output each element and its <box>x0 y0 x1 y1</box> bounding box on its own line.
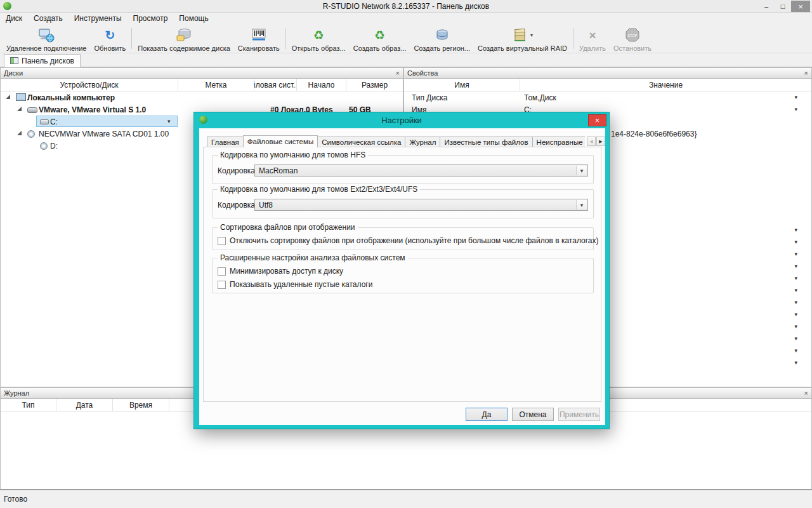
minimize-disk-access-checkbox-row[interactable]: Минимизировать доступ к диску <box>218 267 343 276</box>
expander-icon[interactable] <box>17 107 22 111</box>
column-start[interactable]: Начало <box>297 79 346 91</box>
create-region-button[interactable]: Создать регион... <box>410 25 474 53</box>
combo-value: MacRoman <box>259 166 298 175</box>
remote-connection-button[interactable]: Удаленное подключение <box>3 25 90 53</box>
panel-title: Диски <box>4 69 23 77</box>
panel-title: Журнал <box>4 389 29 397</box>
menu-help[interactable]: Помощь <box>173 14 214 23</box>
show-deleted-empty-folders-checkbox-row[interactable]: Показывать удаленные пустые каталоги <box>218 280 372 289</box>
scan-button[interactable]: Сканировать <box>234 25 284 53</box>
dropdown-caret-icon[interactable]: ▾ <box>794 251 797 257</box>
dropdown-caret-icon[interactable]: ▾ <box>794 335 797 342</box>
checkbox-label: Отключить сортировку файлов при отображе… <box>230 236 599 245</box>
tab-main[interactable]: Главная <box>207 137 244 147</box>
column-value[interactable]: Значение <box>520 79 811 91</box>
tab-scroll-left-button[interactable]: ◀ <box>587 137 596 146</box>
dialog-close-button[interactable]: × <box>588 114 606 126</box>
column-type[interactable]: Тип <box>1 399 56 411</box>
column-filesystem[interactable]: йловая сист... <box>254 79 297 91</box>
close-icon[interactable]: × <box>804 70 808 77</box>
menu-disk[interactable]: Диск <box>0 14 28 23</box>
dropdown-caret-icon[interactable]: ▾ <box>794 94 797 100</box>
toolbar-separator <box>285 28 286 49</box>
create-image-icon: ♻ <box>374 29 385 41</box>
refresh-button[interactable]: ↻ Обновить <box>90 25 129 53</box>
column-label[interactable]: Метка <box>178 79 254 91</box>
minimize-button[interactable]: – <box>758 1 775 12</box>
maximize-button[interactable]: □ <box>775 1 791 12</box>
column-date[interactable]: Дата <box>56 399 113 411</box>
scan-icon <box>251 27 267 43</box>
dropdown-caret-icon[interactable]: ▾ <box>794 227 797 233</box>
column-size[interactable]: Размер <box>346 79 403 91</box>
tab-disk-panel[interactable]: Панель дисков <box>4 54 81 67</box>
dropdown-caret-icon[interactable]: ▾ <box>794 299 797 305</box>
menu-tools[interactable]: Инструменты <box>69 14 128 23</box>
dropdown-caret-icon[interactable]: ▾ <box>794 263 797 269</box>
tab-symlink[interactable]: Символическая ссылка <box>318 137 405 147</box>
open-image-button[interactable]: ♻ Открыть образ... <box>288 25 350 53</box>
window-title: R-STUDIO Network 8.2.165337 - Панель дис… <box>0 2 812 11</box>
ext-encoding-select[interactable]: Utf8 ▾ <box>254 199 588 211</box>
create-region-icon <box>434 27 450 43</box>
close-icon[interactable]: × <box>804 390 808 397</box>
checkbox-label: Показывать удаленные пустые каталоги <box>230 280 372 289</box>
dropdown-caret-icon[interactable]: ▾ <box>794 275 797 281</box>
menu-create[interactable]: Создать <box>28 14 69 23</box>
document-tabbar: Панель дисков <box>0 53 812 67</box>
chevron-down-icon[interactable]: ▾ <box>167 118 171 124</box>
dropdown-caret-icon[interactable]: ▾ <box>794 287 797 293</box>
group-hfs-encoding: Кодировка по умолчанию для томов HFS Код… <box>212 155 594 184</box>
hard-disk-icon <box>27 107 37 113</box>
expander-icon[interactable] <box>6 95 10 99</box>
dropdown-caret-icon[interactable]: ▾ <box>794 311 797 318</box>
column-time[interactable]: Время <box>113 399 169 411</box>
remote-connection-icon <box>38 27 55 43</box>
chevron-down-icon[interactable]: ▾ <box>576 166 587 175</box>
settings-dialog: Настройки × Главная Файловые системы Сим… <box>193 112 610 429</box>
stop-icon: STOP <box>624 27 641 43</box>
show-disk-content-button[interactable]: Показать содержимое диска <box>134 25 234 53</box>
column-device[interactable]: Устройство/Диск <box>1 79 178 91</box>
ok-button[interactable]: Да <box>466 408 508 421</box>
dropdown-caret-icon[interactable]: ▾ <box>794 323 797 330</box>
toolbar-separator <box>131 28 132 49</box>
dialog-title: Настройки <box>194 116 609 125</box>
tree-row-local-computer[interactable]: Локальный компьютер <box>1 91 403 104</box>
dropdown-caret-icon[interactable]: ▾ <box>794 359 797 366</box>
dialog-titlebar[interactable]: Настройки × <box>194 112 609 128</box>
property-row-disk-type[interactable]: Тип Диска Том,Диск ▾ <box>404 91 811 104</box>
property-value: 1e4-824e-806e6f6e6963} <box>611 130 697 138</box>
tab-scroll-right-button[interactable]: ▶ <box>596 137 605 146</box>
create-image-button[interactable]: ♻ Создать образ... <box>350 25 410 53</box>
checkbox[interactable] <box>218 281 226 289</box>
hfs-encoding-select[interactable]: MacRoman ▾ <box>254 164 588 177</box>
tree-label: C: <box>50 117 58 126</box>
checkbox[interactable] <box>218 267 226 276</box>
tab-log[interactable]: Журнал <box>405 137 440 147</box>
expander-icon[interactable] <box>17 131 22 135</box>
checkbox[interactable] <box>218 237 226 245</box>
cancel-button[interactable]: Отмена <box>512 408 554 421</box>
dropdown-caret-icon[interactable]: ▾ <box>794 106 797 112</box>
tab-known-file-types[interactable]: Известные типы файлов <box>440 137 532 147</box>
column-name[interactable]: Имя <box>404 79 520 91</box>
disks-panel-header: Диски × <box>1 68 403 79</box>
disk-panel-icon <box>10 57 18 64</box>
group-title: Кодировка по умолчанию для томов HFS <box>218 150 368 159</box>
menu-view[interactable]: Просмотр <box>128 14 174 23</box>
disks-column-headers: Устройство/Диск Метка йловая сист... Нач… <box>1 79 403 91</box>
close-icon[interactable]: × <box>396 70 400 77</box>
dialog-buttons: Да Отмена Применить <box>466 408 600 421</box>
disable-sorting-checkbox-row[interactable]: Отключить сортировку файлов при отображе… <box>218 236 599 245</box>
dropdown-caret-icon[interactable]: ▾ <box>794 239 797 245</box>
close-button[interactable]: × <box>791 1 810 12</box>
create-virtual-raid-button[interactable]: ▾ Создать виртуальный RAID <box>474 25 571 53</box>
chevron-down-icon[interactable]: ▾ <box>530 32 533 38</box>
chevron-down-icon[interactable]: ▾ <box>576 200 587 210</box>
delete-button: × Удалить <box>575 25 610 53</box>
tab-file-systems[interactable]: Файловые системы <box>243 135 318 147</box>
volume-icon <box>40 119 49 124</box>
dropdown-caret-icon[interactable]: ▾ <box>794 347 797 354</box>
cd-icon <box>40 142 48 150</box>
